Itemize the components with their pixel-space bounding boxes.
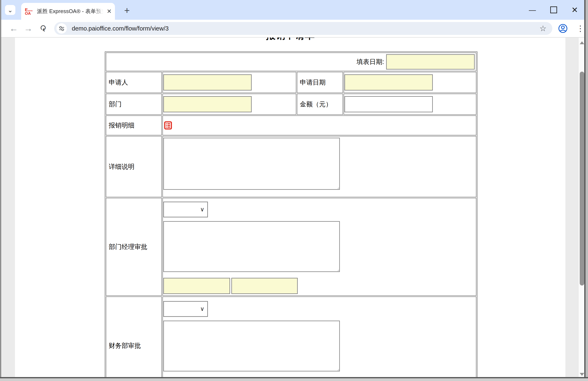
chevron-down-icon: ⌄ — [7, 6, 13, 14]
finance-opinion-textarea[interactable] — [163, 321, 340, 371]
forward-button[interactable]: → — [22, 20, 34, 37]
amount-label: 金额（元） — [297, 94, 343, 115]
expense-form-table: 填表日期: 申请人 申请日期 部门 金额（元） — [105, 51, 477, 378]
scroll-up-arrow-icon[interactable] — [580, 41, 584, 44]
expense-detail-label: 报销明细 — [106, 115, 162, 135]
bookmark-star-icon[interactable]: ☆ — [539, 24, 546, 33]
dept-manager-date-input[interactable] — [231, 278, 298, 294]
url-text[interactable]: demo.paioffice.com/flow/form/view/3 — [72, 25, 539, 32]
apply-date-label: 申请日期 — [297, 72, 343, 93]
window-border-left — [0, 0, 1, 381]
fill-date-row: 填表日期: — [106, 52, 476, 71]
window-border-bottom — [0, 377, 588, 381]
department-input[interactable] — [163, 96, 252, 112]
dept-manager-approval-select[interactable]: ∨ — [163, 202, 208, 217]
detail-list-icon[interactable] — [164, 121, 172, 130]
window-controls: — ✕ — [528, 0, 583, 20]
finance-approval-label: 财务部审批 — [106, 296, 162, 378]
tab-title: 派胜 ExpressOA® - 表单预览 — [37, 8, 105, 15]
applicant-label: 申请人 — [106, 72, 162, 93]
address-bar[interactable]: demo.paioffice.com/flow/form/view/3 ☆ — [54, 22, 552, 35]
browser-menu-button[interactable]: ⋮ — [576, 20, 585, 37]
chevron-down-icon: ∨ — [200, 206, 205, 213]
chevron-down-icon: ∨ — [200, 305, 205, 312]
new-tab-button[interactable]: + — [121, 4, 133, 16]
tab-close-icon[interactable]: ✕ — [107, 8, 112, 15]
maximize-button[interactable] — [549, 6, 558, 14]
window-border-right — [584, 0, 588, 381]
reload-icon: ⟳ — [38, 24, 48, 33]
dept-manager-sign-input[interactable] — [163, 278, 230, 294]
page-viewport: 报销申请单 填表日期: 申请人 申请日期 — [1, 38, 586, 378]
description-textarea[interactable] — [163, 138, 340, 190]
browser-tab[interactable]: Express OA 派胜 ExpressOA® - 表单预览 ✕ — [21, 3, 115, 20]
description-label: 详细说明 — [106, 136, 162, 197]
tab-strip: ⌄ Express OA 派胜 ExpressOA® - 表单预览 ✕ + — … — [1, 0, 586, 20]
fill-date-label: 填表日期: — [357, 58, 384, 66]
back-button[interactable]: ← — [7, 20, 20, 37]
page-title: 报销申请单 — [15, 38, 565, 41]
tune-icon — [59, 25, 65, 32]
avatar-icon — [558, 24, 568, 33]
expressoa-favicon-icon: Express OA — [25, 7, 34, 15]
three-dots-icon: ⋮ — [576, 24, 584, 33]
applicant-input[interactable] — [163, 74, 252, 90]
apply-date-input[interactable] — [344, 74, 433, 90]
finance-approval-select[interactable]: ∨ — [163, 301, 208, 317]
tab-search-button[interactable]: ⌄ — [5, 5, 15, 15]
reload-button[interactable]: ⟳ — [33, 21, 53, 36]
form-sheet: 报销申请单 填表日期: 申请人 申请日期 — [15, 38, 565, 378]
department-label: 部门 — [106, 94, 162, 115]
window-close-button[interactable]: ✕ — [570, 6, 579, 14]
browser-window: ⌄ Express OA 派胜 ExpressOA® - 表单预览 ✕ + — … — [0, 0, 588, 381]
profile-button[interactable] — [558, 20, 568, 37]
back-arrow-icon: ← — [9, 23, 18, 33]
minimize-button[interactable]: — — [528, 6, 537, 14]
fill-date-input[interactable] — [386, 54, 475, 69]
dept-manager-opinion-textarea[interactable] — [163, 221, 340, 272]
browser-toolbar: ← → ⟳ demo.paioffice.com/flow/form/view/… — [1, 20, 586, 38]
scroll-down-arrow-icon[interactable] — [580, 373, 584, 376]
amount-input[interactable] — [344, 96, 433, 112]
scrollbar-thumb[interactable] — [580, 72, 584, 286]
site-settings-button[interactable] — [56, 23, 67, 34]
maximize-icon — [550, 6, 557, 13]
plus-icon: + — [124, 5, 130, 16]
dept-manager-approval-label: 部门经理审批 — [106, 198, 162, 296]
forward-arrow-icon: → — [24, 23, 33, 33]
